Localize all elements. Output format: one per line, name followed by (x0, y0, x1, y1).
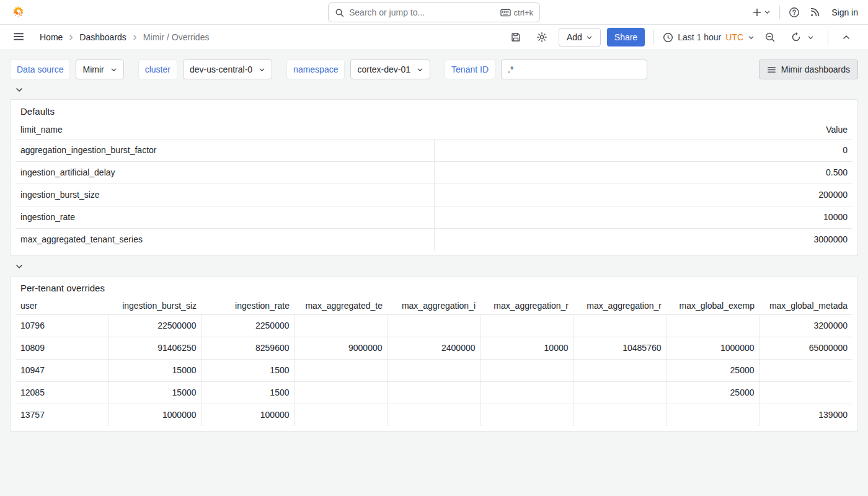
tenant-id-input[interactable] (501, 60, 647, 79)
cell: 1000000 (108, 404, 202, 426)
table-row: max_aggregated_tenant_series 3000000 (16, 228, 852, 250)
mimir-dashboards-button[interactable]: Mimir dashboards (759, 60, 858, 79)
top-nav: Search or jump to... ctrl+k (0, 0, 868, 25)
column-header-ingestion-burst-size[interactable]: ingestion_burst_siz (108, 297, 202, 314)
cell: 1500 (202, 381, 294, 404)
shortcut-label: ctrl+k (514, 8, 533, 17)
column-header-value[interactable]: Value (434, 120, 852, 139)
panel-title: Defaults (11, 100, 857, 120)
cell: 100000 (202, 404, 294, 426)
table-row: 10796 22500000 2250000 3200000 (16, 314, 852, 337)
mimir-dashboards-label: Mimir dashboards (781, 64, 850, 74)
timezone-label: UTC (725, 32, 743, 42)
defaults-panel: Defaults limit_name Value aggregation_in… (10, 99, 858, 256)
column-header-ingestion-rate[interactable]: ingestion_rate (202, 297, 294, 314)
time-range-picker[interactable]: Last 1 hour UTC (660, 32, 757, 43)
cluster-select[interactable]: dev-us-central-0 (183, 60, 272, 79)
new-menu-button[interactable] (750, 5, 773, 20)
cell: 12085 (16, 381, 108, 404)
column-header-max-global-exemplars[interactable]: max_global_exemp (666, 297, 760, 314)
datasource-label: Data source (10, 60, 70, 79)
limit-value-cell: 0 (434, 139, 852, 161)
dashboard-toolbar: Home Dashboards Mimir / Overrides Add Sh… (0, 25, 868, 50)
cell (388, 404, 480, 426)
column-header-user[interactable]: user (16, 297, 108, 314)
row-collapse-toggle[interactable] (14, 261, 25, 272)
column-header-max-aggregated[interactable]: max_aggregated_te (294, 297, 388, 314)
datasource-select[interactable]: Mimir (76, 60, 123, 79)
news-button[interactable] (807, 4, 823, 20)
dashboards-list-icon (767, 65, 776, 74)
add-panel-button[interactable]: Add (559, 28, 601, 46)
column-header-max-aggregation-r2[interactable]: max_aggregation_r (574, 297, 666, 314)
save-dashboard-button[interactable] (508, 29, 524, 45)
cell (388, 359, 480, 381)
limit-value-cell: 10000 (434, 206, 852, 228)
cell: 1500 (202, 359, 294, 381)
rss-icon (810, 7, 820, 17)
cell: 25000 (666, 381, 760, 404)
sign-in-button[interactable]: Sign in (831, 7, 858, 17)
tenant-id-label: Tenant ID (445, 60, 495, 79)
chevron-down-icon (417, 66, 423, 73)
cluster-label: cluster (138, 60, 177, 79)
cell: 10809 (16, 337, 108, 359)
column-header-max-global-metadata[interactable]: max_global_metada (760, 297, 852, 314)
collapse-controls-button[interactable] (839, 30, 853, 44)
menu-icon (12, 30, 25, 43)
cell (666, 404, 760, 426)
chevron-down-icon (764, 9, 771, 16)
refresh-button[interactable] (788, 29, 817, 45)
cell: 15000 (108, 381, 202, 404)
divider (828, 30, 828, 44)
table-row: ingestion_rate 10000 (16, 206, 852, 228)
share-button[interactable]: Share (607, 28, 645, 46)
cell: 9000000 (294, 337, 388, 359)
cell (294, 359, 388, 381)
cluster-value: dev-us-central-0 (190, 64, 252, 74)
cell (388, 381, 480, 404)
menu-toggle-button[interactable] (10, 28, 27, 47)
cell (480, 314, 574, 337)
column-header-max-aggregation-i[interactable]: max_aggregation_i (388, 297, 480, 314)
search-input[interactable]: Search or jump to... ctrl+k (328, 2, 540, 22)
help-button[interactable] (786, 4, 802, 20)
variable-tenant-id: Tenant ID (445, 60, 647, 79)
cell (574, 314, 666, 337)
gear-icon (536, 32, 547, 43)
cell (480, 359, 574, 381)
column-header-max-aggregation-r1[interactable]: max_aggregation_r (480, 297, 574, 314)
table-row: aggregation_ingestion_burst_factor 0 (16, 139, 852, 161)
divider (779, 6, 780, 19)
breadcrumb-dashboards[interactable]: Dashboards (79, 32, 126, 42)
dashboard-settings-button[interactable] (534, 29, 550, 45)
cell (480, 381, 574, 404)
namespace-select[interactable]: cortex-dev-01 (350, 60, 430, 79)
namespace-value: cortex-dev-01 (357, 64, 410, 74)
per-tenant-overrides-table: user ingestion_burst_siz ingestion_rate … (16, 297, 852, 426)
column-header-limit-name[interactable]: limit_name (16, 120, 434, 139)
row-collapse-toggle[interactable] (14, 84, 25, 95)
cell: 15000 (108, 359, 202, 381)
chevron-down-icon (15, 86, 24, 94)
table-row: 13757 1000000 100000 139000 (16, 404, 852, 426)
search-placeholder: Search or jump to... (349, 7, 495, 17)
zoom-out-time-button[interactable] (762, 29, 778, 45)
chevron-down-icon (15, 262, 24, 271)
cell (294, 404, 388, 426)
cell: 13757 (16, 404, 108, 426)
limit-name-cell: ingestion_burst_size (16, 184, 434, 206)
clock-icon (663, 32, 673, 43)
grafana-logo-icon[interactable] (10, 4, 26, 20)
cell: 10947 (16, 359, 108, 381)
chevron-down-icon (748, 34, 755, 41)
cell: 25000 (666, 359, 760, 381)
cell: 22500000 (108, 314, 202, 337)
breadcrumb-home[interactable]: Home (40, 32, 63, 42)
chevron-down-icon (259, 66, 265, 73)
chevron-down-icon (586, 34, 593, 41)
limit-value-cell: 3000000 (434, 228, 852, 250)
cell: 10485760 (574, 337, 666, 359)
table-row: ingestion_burst_size 200000 (16, 184, 852, 206)
save-icon (510, 32, 521, 43)
